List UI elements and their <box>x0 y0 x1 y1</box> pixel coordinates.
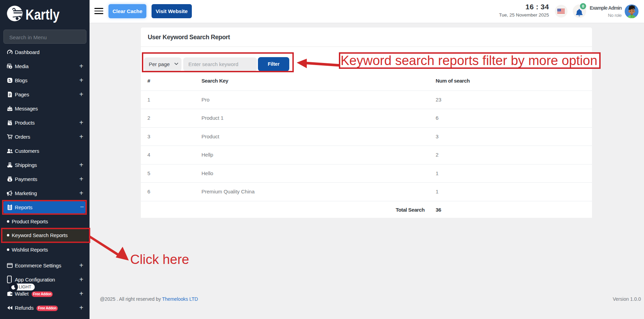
svg-text:$: $ <box>9 178 11 182</box>
